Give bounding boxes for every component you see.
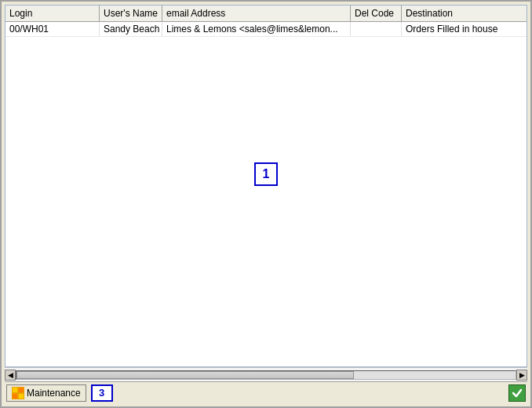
empty-area: 1 (5, 37, 527, 311)
svg-rect-3 (13, 394, 17, 399)
svg-rect-2 (19, 388, 24, 392)
scrollbar-track[interactable] (16, 370, 516, 380)
svg-rect-4 (19, 394, 24, 399)
svg-rect-1 (13, 388, 17, 392)
scroll-left-button[interactable]: ◀ (5, 370, 16, 381)
table-header: Login User's Name email Address Del Code… (5, 5, 527, 22)
checkmark-icon (512, 388, 523, 399)
cell-delcode (351, 22, 402, 36)
page-number: 3 (99, 387, 104, 399)
cell-destination: Orders Filled in house (402, 22, 527, 36)
main-window: Login User's Name email Address Del Code… (0, 0, 532, 408)
horizontal-scrollbar[interactable]: ◀ ▶ (5, 367, 527, 381)
col-header-username: User's Name (100, 5, 162, 21)
cell-email: Limes & Lemons <sales@limes&lemon... (162, 22, 351, 36)
data-table-container: Login User's Name email Address Del Code… (5, 5, 527, 367)
col-header-delcode: Del Code (351, 5, 402, 21)
col-header-login: Login (5, 5, 100, 21)
page-number-box: 3 (91, 384, 113, 402)
maintenance-label: Maintenance (27, 388, 81, 399)
table-row[interactable]: 00/WH01 Sandy Beach Limes & Lemons <sale… (5, 22, 527, 37)
scroll-right-button[interactable]: ▶ (516, 370, 527, 381)
table-body: 00/WH01 Sandy Beach Limes & Lemons <sale… (5, 22, 527, 366)
page-indicator: 1 (254, 162, 278, 186)
confirm-button[interactable] (508, 384, 526, 402)
bottom-bar: Maintenance 3 (5, 381, 527, 403)
col-header-destination: Destination (402, 5, 527, 21)
cell-username: Sandy Beach (100, 22, 162, 36)
maintenance-icon (12, 387, 24, 399)
scrollbar-thumb[interactable] (16, 371, 354, 379)
maintenance-button[interactable]: Maintenance (6, 384, 86, 402)
cell-login: 00/WH01 (5, 22, 100, 36)
col-header-email: email Address (162, 5, 351, 21)
